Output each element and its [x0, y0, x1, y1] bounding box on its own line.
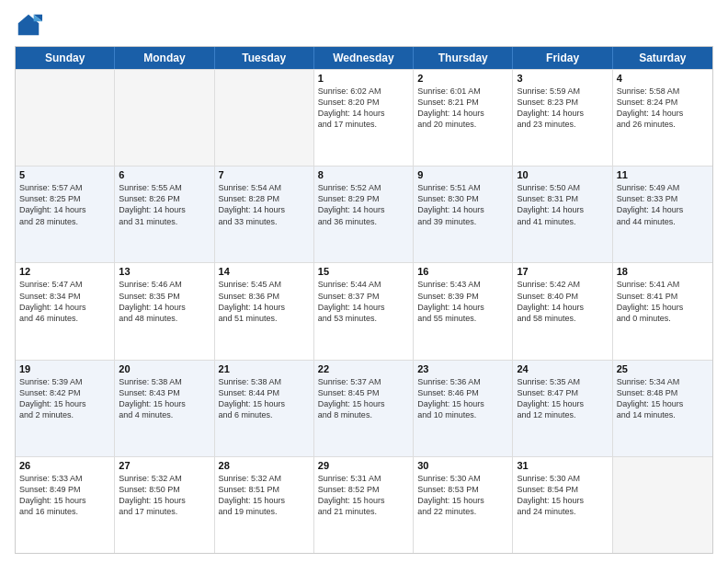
day-info: Sunrise: 5:54 AM Sunset: 8:28 PM Dayligh…	[219, 182, 310, 227]
calendar-body: 1Sunrise: 6:02 AM Sunset: 8:20 PM Daylig…	[16, 69, 712, 553]
day-number: 10	[517, 169, 608, 180]
calendar-cell: 30Sunrise: 5:30 AM Sunset: 8:53 PM Dayli…	[414, 457, 513, 553]
day-number: 14	[219, 266, 310, 277]
day-info: Sunrise: 5:57 AM Sunset: 8:25 PM Dayligh…	[19, 182, 110, 227]
calendar-cell: 31Sunrise: 5:30 AM Sunset: 8:54 PM Dayli…	[513, 457, 612, 553]
calendar-cell	[613, 457, 712, 553]
day-number: 4	[617, 73, 709, 84]
calendar-header-cell: Monday	[115, 47, 214, 69]
day-number: 13	[119, 266, 210, 277]
calendar-cell: 19Sunrise: 5:39 AM Sunset: 8:42 PM Dayli…	[16, 361, 115, 456]
calendar-cell: 21Sunrise: 5:38 AM Sunset: 8:44 PM Dayli…	[215, 361, 314, 456]
day-number: 19	[19, 363, 110, 374]
calendar-row: 12Sunrise: 5:47 AM Sunset: 8:34 PM Dayli…	[16, 262, 712, 359]
day-info: Sunrise: 6:02 AM Sunset: 8:20 PM Dayligh…	[318, 86, 409, 131]
calendar-header-cell: Saturday	[613, 47, 712, 69]
calendar-cell: 25Sunrise: 5:34 AM Sunset: 8:48 PM Dayli…	[613, 361, 712, 456]
day-number: 9	[417, 169, 508, 180]
calendar-cell: 20Sunrise: 5:38 AM Sunset: 8:43 PM Dayli…	[115, 361, 214, 456]
calendar-cell: 18Sunrise: 5:41 AM Sunset: 8:41 PM Dayli…	[613, 263, 712, 359]
calendar-cell: 22Sunrise: 5:37 AM Sunset: 8:45 PM Dayli…	[314, 361, 414, 456]
calendar-header-row: SundayMondayTuesdayWednesdayThursdayFrid…	[16, 47, 712, 69]
day-info: Sunrise: 5:32 AM Sunset: 8:50 PM Dayligh…	[119, 473, 210, 518]
logo-icon	[15, 11, 42, 39]
calendar-row: 26Sunrise: 5:33 AM Sunset: 8:49 PM Dayli…	[16, 456, 712, 553]
day-number: 3	[517, 73, 608, 84]
calendar-header-cell: Wednesday	[314, 47, 414, 69]
calendar-cell: 29Sunrise: 5:31 AM Sunset: 8:52 PM Dayli…	[314, 457, 414, 553]
header	[15, 11, 713, 39]
day-number: 15	[318, 266, 409, 277]
day-number: 25	[617, 363, 709, 374]
day-info: Sunrise: 5:36 AM Sunset: 8:46 PM Dayligh…	[417, 376, 508, 421]
day-number: 17	[517, 266, 608, 277]
day-number: 29	[318, 460, 409, 471]
calendar-cell	[215, 70, 314, 166]
day-info: Sunrise: 5:35 AM Sunset: 8:47 PM Dayligh…	[517, 376, 608, 421]
day-info: Sunrise: 5:30 AM Sunset: 8:53 PM Dayligh…	[417, 473, 508, 518]
day-info: Sunrise: 5:45 AM Sunset: 8:36 PM Dayligh…	[219, 279, 310, 324]
day-info: Sunrise: 5:31 AM Sunset: 8:52 PM Dayligh…	[318, 473, 409, 518]
calendar-row: 5Sunrise: 5:57 AM Sunset: 8:25 PM Daylig…	[16, 166, 712, 262]
day-number: 11	[617, 169, 709, 180]
calendar-cell	[16, 70, 115, 166]
day-info: Sunrise: 5:42 AM Sunset: 8:40 PM Dayligh…	[517, 279, 608, 324]
day-number: 18	[617, 266, 709, 277]
day-info: Sunrise: 5:47 AM Sunset: 8:34 PM Dayligh…	[19, 279, 110, 324]
day-info: Sunrise: 5:38 AM Sunset: 8:43 PM Dayligh…	[119, 376, 210, 421]
calendar-cell: 7Sunrise: 5:54 AM Sunset: 8:28 PM Daylig…	[215, 167, 314, 262]
day-number: 6	[119, 169, 210, 180]
day-number: 26	[19, 460, 110, 471]
calendar-cell: 2Sunrise: 6:01 AM Sunset: 8:21 PM Daylig…	[414, 70, 513, 166]
day-number: 30	[417, 460, 508, 471]
day-number: 20	[119, 363, 210, 374]
day-info: Sunrise: 5:59 AM Sunset: 8:23 PM Dayligh…	[517, 86, 608, 131]
calendar-cell: 14Sunrise: 5:45 AM Sunset: 8:36 PM Dayli…	[215, 263, 314, 359]
day-info: Sunrise: 5:58 AM Sunset: 8:24 PM Dayligh…	[617, 86, 709, 131]
calendar-cell: 28Sunrise: 5:32 AM Sunset: 8:51 PM Dayli…	[215, 457, 314, 553]
day-number: 24	[517, 363, 608, 374]
calendar-cell: 5Sunrise: 5:57 AM Sunset: 8:25 PM Daylig…	[16, 167, 115, 262]
calendar-cell: 8Sunrise: 5:52 AM Sunset: 8:29 PM Daylig…	[314, 167, 414, 262]
day-info: Sunrise: 5:39 AM Sunset: 8:42 PM Dayligh…	[19, 376, 110, 421]
calendar-row: 19Sunrise: 5:39 AM Sunset: 8:42 PM Dayli…	[16, 360, 712, 456]
day-info: Sunrise: 5:32 AM Sunset: 8:51 PM Dayligh…	[219, 473, 310, 518]
logo	[15, 11, 46, 39]
calendar-cell: 4Sunrise: 5:58 AM Sunset: 8:24 PM Daylig…	[613, 70, 712, 166]
day-number: 12	[19, 266, 110, 277]
calendar-cell	[115, 70, 214, 166]
calendar-row: 1Sunrise: 6:02 AM Sunset: 8:20 PM Daylig…	[16, 69, 712, 166]
calendar-header-cell: Thursday	[414, 47, 513, 69]
day-info: Sunrise: 5:43 AM Sunset: 8:39 PM Dayligh…	[417, 279, 508, 324]
day-number: 1	[318, 73, 409, 84]
day-info: Sunrise: 5:49 AM Sunset: 8:33 PM Dayligh…	[617, 182, 709, 227]
day-info: Sunrise: 6:01 AM Sunset: 8:21 PM Dayligh…	[417, 86, 508, 131]
day-info: Sunrise: 5:50 AM Sunset: 8:31 PM Dayligh…	[517, 182, 608, 227]
calendar-cell: 9Sunrise: 5:51 AM Sunset: 8:30 PM Daylig…	[414, 167, 513, 262]
day-number: 22	[318, 363, 409, 374]
calendar-cell: 3Sunrise: 5:59 AM Sunset: 8:23 PM Daylig…	[513, 70, 612, 166]
calendar-cell: 11Sunrise: 5:49 AM Sunset: 8:33 PM Dayli…	[613, 167, 712, 262]
day-info: Sunrise: 5:41 AM Sunset: 8:41 PM Dayligh…	[617, 279, 709, 324]
day-number: 5	[19, 169, 110, 180]
day-number: 7	[219, 169, 310, 180]
calendar-cell: 1Sunrise: 6:02 AM Sunset: 8:20 PM Daylig…	[314, 70, 414, 166]
calendar-cell: 15Sunrise: 5:44 AM Sunset: 8:37 PM Dayli…	[314, 263, 414, 359]
calendar-header-cell: Tuesday	[215, 47, 314, 69]
calendar-cell: 26Sunrise: 5:33 AM Sunset: 8:49 PM Dayli…	[16, 457, 115, 553]
day-info: Sunrise: 5:38 AM Sunset: 8:44 PM Dayligh…	[219, 376, 310, 421]
calendar-header-cell: Friday	[513, 47, 612, 69]
day-number: 16	[417, 266, 508, 277]
day-info: Sunrise: 5:34 AM Sunset: 8:48 PM Dayligh…	[617, 376, 709, 421]
page: SundayMondayTuesdayWednesdayThursdayFrid…	[0, 0, 728, 563]
calendar-cell: 17Sunrise: 5:42 AM Sunset: 8:40 PM Dayli…	[513, 263, 612, 359]
day-number: 21	[219, 363, 310, 374]
day-info: Sunrise: 5:37 AM Sunset: 8:45 PM Dayligh…	[318, 376, 409, 421]
calendar-cell: 24Sunrise: 5:35 AM Sunset: 8:47 PM Dayli…	[513, 361, 612, 456]
day-info: Sunrise: 5:55 AM Sunset: 8:26 PM Dayligh…	[119, 182, 210, 227]
day-info: Sunrise: 5:30 AM Sunset: 8:54 PM Dayligh…	[517, 473, 608, 518]
day-info: Sunrise: 5:51 AM Sunset: 8:30 PM Dayligh…	[417, 182, 508, 227]
day-number: 28	[219, 460, 310, 471]
day-info: Sunrise: 5:46 AM Sunset: 8:35 PM Dayligh…	[119, 279, 210, 324]
calendar: SundayMondayTuesdayWednesdayThursdayFrid…	[15, 46, 713, 554]
